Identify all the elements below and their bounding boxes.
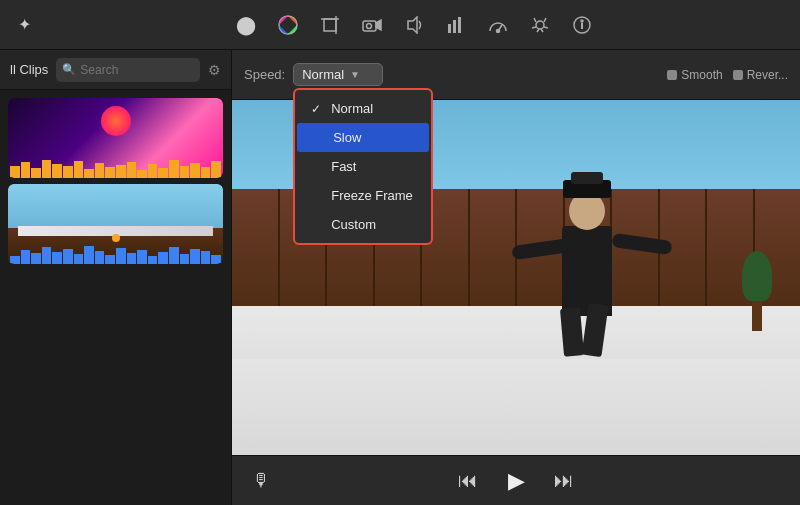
color-wheel-icon[interactable] (272, 9, 304, 41)
svg-point-16 (581, 20, 583, 22)
main-area: ll Clips 🔍 ⚙ (0, 50, 800, 505)
skip-back-button[interactable]: ⏮ (458, 469, 478, 492)
speed-option-normal-label: Normal (331, 101, 373, 116)
sidebar-title: ll Clips (10, 62, 48, 77)
speed-option-fast[interactable]: Fast (295, 152, 431, 181)
speed-option-fast-label: Fast (331, 159, 356, 174)
speed-option-slow-label: Slow (333, 130, 361, 145)
clip-marker (112, 234, 120, 242)
svg-rect-1 (324, 19, 336, 31)
search-icon: 🔍 (62, 63, 76, 76)
speed-option-custom[interactable]: Custom (295, 210, 431, 239)
check-icon: ✓ (311, 102, 323, 116)
bar-chart-icon[interactable] (440, 9, 472, 41)
speed-dropdown-button[interactable]: Normal ▼ (293, 63, 383, 86)
magic-wand-icon[interactable]: ✦ (10, 11, 38, 39)
gear-icon[interactable]: ⚙ (208, 62, 221, 78)
clip-list (0, 90, 231, 505)
speed-option-normal[interactable]: ✓ Normal (295, 94, 431, 123)
svg-point-12 (497, 29, 500, 32)
speed-right: Smooth Rever... (667, 68, 788, 82)
list-item[interactable] (8, 184, 223, 264)
toolbar-left: ✦ (10, 11, 38, 39)
svg-rect-9 (453, 20, 456, 33)
clip-thumbnail-neon (8, 98, 223, 178)
microphone-icon[interactable]: 🎙 (252, 470, 270, 491)
content-area: Speed: Normal ▼ ✓ Normal S (232, 50, 800, 505)
smooth-label: Smooth (667, 68, 722, 82)
top-toolbar: ✦ ⬤ (0, 0, 800, 50)
chevron-down-icon: ▼ (350, 69, 360, 80)
speed-option-freeze-frame-label: Freeze Frame (331, 188, 413, 203)
search-input[interactable] (80, 63, 194, 77)
crop-icon[interactable] (314, 9, 346, 41)
camera-icon[interactable] (356, 9, 388, 41)
clip-thumbnail-outdoor (8, 184, 223, 264)
sidebar: ll Clips 🔍 ⚙ (0, 50, 232, 505)
skip-forward-button[interactable]: ⏭ (554, 469, 574, 492)
svg-marker-7 (408, 17, 417, 33)
speedometer-icon[interactable] (482, 9, 514, 41)
snow-horizon (232, 306, 800, 359)
waveform-outdoor (8, 244, 223, 264)
speed-option-custom-label: Custom (331, 217, 376, 232)
svg-point-6 (367, 23, 372, 28)
playback-controls: ⏮ ▶ ⏭ (458, 463, 574, 499)
reverse-dot-icon (733, 70, 743, 80)
speed-option-freeze-frame[interactable]: Freeze Frame (295, 181, 431, 210)
list-item[interactable] (8, 98, 223, 178)
svg-point-13 (536, 21, 544, 29)
toolbar-center: ⬤ (230, 9, 598, 41)
enhance-icon[interactable]: ⬤ (230, 9, 262, 41)
info-icon[interactable] (566, 9, 598, 41)
audio-icon[interactable] (398, 9, 430, 41)
neon-circle (101, 106, 131, 136)
smooth-text: Smooth (681, 68, 722, 82)
bottom-controls: 🎙 ⏮ ▶ ⏭ (232, 455, 800, 505)
speed-toolbar: Speed: Normal ▼ ✓ Normal S (232, 50, 800, 100)
reverse-label: Rever... (733, 68, 788, 82)
svg-rect-4 (363, 21, 376, 31)
speed-left: Speed: Normal ▼ ✓ Normal S (244, 63, 383, 86)
speed-dropdown-menu: ✓ Normal Slow Fast (293, 88, 433, 245)
smooth-dot-icon (667, 70, 677, 80)
effects-icon[interactable] (524, 9, 556, 41)
search-box[interactable]: 🔍 (56, 58, 200, 82)
sidebar-header: ll Clips 🔍 ⚙ (0, 50, 231, 90)
mic-area: 🎙 (252, 470, 270, 491)
svg-rect-8 (448, 24, 451, 33)
speed-dropdown-container: Normal ▼ ✓ Normal Slow (293, 63, 383, 86)
speed-label: Speed: (244, 67, 285, 82)
svg-rect-10 (458, 17, 461, 33)
speed-option-slow[interactable]: Slow (297, 123, 429, 152)
tree (742, 251, 772, 331)
reverse-text: Rever... (747, 68, 788, 82)
speed-current-value: Normal (302, 67, 344, 82)
waveform-neon (8, 158, 223, 178)
person-silhouette (527, 146, 657, 356)
play-button[interactable]: ▶ (498, 463, 534, 499)
